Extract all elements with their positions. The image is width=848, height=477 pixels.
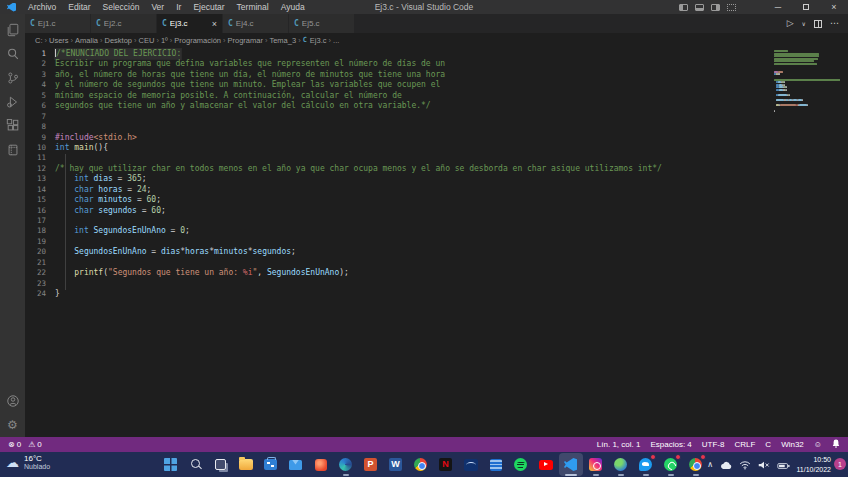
menu-archivo[interactable]: Archivo <box>22 2 62 12</box>
breadcrumb-item[interactable]: Programar <box>226 36 265 45</box>
globe-app-taskbar-button[interactable] <box>609 453 633 476</box>
code-line[interactable]: 4y el número de segundos que tiene un mi… <box>25 80 768 90</box>
status-utf-8[interactable]: UTF-8 <box>702 440 725 449</box>
code-line[interactable]: 19 <box>25 237 768 247</box>
extensions-icon[interactable] <box>0 114 25 138</box>
edge-taskbar-button[interactable] <box>334 453 358 476</box>
toggle-secondary-sidebar-icon[interactable] <box>711 4 720 11</box>
close-button[interactable]: × <box>820 0 848 14</box>
source-control-icon[interactable] <box>0 66 25 90</box>
status-li-n-1-col-1[interactable]: Lín. 1, col. 1 <box>597 440 641 449</box>
menu-ejecutar[interactable]: Ejecutar <box>187 2 230 12</box>
striped-app-taskbar-button[interactable] <box>484 453 508 476</box>
instagram-taskbar-button[interactable] <box>584 453 608 476</box>
run-file-icon[interactable]: ▷ <box>787 19 794 28</box>
code-line[interactable]: 13 int dias = 365; <box>25 174 768 184</box>
volume-muted-icon[interactable] <box>758 456 770 474</box>
breadcrumb-item[interactable]: 1º <box>159 36 170 45</box>
breadcrumb-item[interactable]: Ej3.c <box>308 36 329 45</box>
status-win32[interactable]: Win32 <box>781 440 804 449</box>
disney-plus-taskbar-button[interactable] <box>459 453 483 476</box>
code-editor[interactable]: 1/*ENUNCIADO DEL EJERCICIO:2Escribir un … <box>25 47 848 437</box>
menu-terminal[interactable]: Terminal <box>231 2 275 12</box>
problems-status[interactable]: ⊗0 ⚠0 <box>8 440 46 449</box>
code-line[interactable]: 22 printf("Segundos que tiene un año: %i… <box>25 268 768 278</box>
run-dropdown-chevron-icon[interactable]: ∨ <box>802 21 806 27</box>
code-line[interactable]: 2Escribir un programa que defina variabl… <box>25 59 768 69</box>
toggle-sidebar-icon[interactable] <box>679 4 688 11</box>
menu-editar[interactable]: Editar <box>62 2 96 12</box>
notification-count-badge[interactable]: 1 <box>834 458 846 470</box>
weather-widget[interactable]: ☁ 16°C Nublado <box>6 454 50 471</box>
split-editor-icon[interactable] <box>814 20 822 28</box>
code-area[interactable]: 1/*ENUNCIADO DEL EJERCICIO:2Escribir un … <box>25 49 768 300</box>
microsoft-store-taskbar-button[interactable] <box>259 453 283 476</box>
code-line[interactable]: 3año, el número de horas que tiene un dí… <box>25 70 768 80</box>
hidden-icons-chevron-icon[interactable]: ∧ <box>707 461 713 469</box>
file-explorer-taskbar-button[interactable] <box>234 453 258 476</box>
youtube-taskbar-button[interactable] <box>534 453 558 476</box>
account-icon[interactable] <box>0 389 25 413</box>
task-view-taskbar-button[interactable] <box>209 453 233 476</box>
spotify-taskbar-button[interactable] <box>509 453 533 476</box>
code-line[interactable]: 9#include<stdio.h> <box>25 133 768 143</box>
code-line[interactable]: 12/* hay que utilizar char en todos meno… <box>25 164 768 174</box>
wifi-icon[interactable] <box>739 456 751 474</box>
minimize-button[interactable]: ─ <box>764 0 792 14</box>
vscode-taskbar-button[interactable] <box>559 453 583 476</box>
mail-taskbar-button[interactable] <box>284 453 308 476</box>
code-line[interactable]: 15 char minutos = 60; <box>25 195 768 205</box>
whatsapp-taskbar-button[interactable] <box>659 453 683 476</box>
more-actions-icon[interactable]: ⋯ <box>830 19 839 28</box>
breadcrumb-item[interactable]: ... <box>331 36 341 45</box>
netflix-taskbar-button[interactable]: N <box>434 453 458 476</box>
breadcrumb-item[interactable]: Desktop <box>103 36 135 45</box>
status-espacios-4[interactable]: Espacios: 4 <box>650 440 691 449</box>
chrome-profile-taskbar-button[interactable] <box>684 453 708 476</box>
tab-ej3-c[interactable]: CEj3.c× <box>157 14 223 33</box>
powerpoint-taskbar-button[interactable]: P <box>359 453 383 476</box>
settings-gear-icon[interactable]: ⚙ <box>0 413 25 437</box>
breadcrumb-item[interactable]: Users <box>47 36 71 45</box>
tab-ej4-c[interactable]: CEj4.c <box>223 14 289 33</box>
code-line[interactable]: 17 <box>25 216 768 226</box>
close-tab-icon[interactable]: × <box>209 19 217 29</box>
code-line[interactable]: 18 int SegundosEnUnAno = 0; <box>25 226 768 236</box>
explorer-icon[interactable] <box>0 18 25 42</box>
code-line[interactable]: 24} <box>25 289 768 299</box>
tab-ej1-c[interactable]: CEj1.c <box>25 14 91 33</box>
start-taskbar-button[interactable] <box>159 453 183 476</box>
status-crlf[interactable]: CRLF <box>734 440 755 449</box>
breadcrumb-item[interactable]: CEU <box>137 36 157 45</box>
code-line[interactable]: 20 SegundosEnUnAno = dias*horas*minutos*… <box>25 247 768 257</box>
word-taskbar-button[interactable]: W <box>384 453 408 476</box>
code-line[interactable]: 11 <box>25 153 768 163</box>
code-line[interactable]: 7 <box>25 112 768 122</box>
code-line[interactable]: 1/*ENUNCIADO DEL EJERCICIO: <box>25 49 768 59</box>
tab-ej5-c[interactable]: CEj5.c <box>289 14 355 33</box>
search-icon[interactable] <box>0 42 25 66</box>
minimap[interactable] <box>774 50 840 112</box>
code-line[interactable]: 14 char horas = 24; <box>25 185 768 195</box>
breadcrumb-item[interactable]: Programación <box>172 36 223 45</box>
vscode-logo-icon[interactable] <box>7 3 16 12</box>
search-taskbar-button[interactable] <box>184 453 208 476</box>
menu-ver[interactable]: Ver <box>145 2 170 12</box>
code-line[interactable]: 8 <box>25 122 768 132</box>
breadcrumb-item[interactable]: Amalia <box>73 36 100 45</box>
clock[interactable]: 10:50 11/10/2022 <box>796 455 831 474</box>
battery-icon[interactable] <box>777 456 790 474</box>
menu-ayuda[interactable]: Ayuda <box>275 2 311 12</box>
menu-seleccio-n[interactable]: Selección <box>97 2 146 12</box>
code-line[interactable]: 5mínimo espacio de memoria posible. A co… <box>25 91 768 101</box>
feedback-smiley-icon[interactable]: ☺ <box>814 441 822 449</box>
notifications-bell-icon[interactable] <box>832 439 840 450</box>
run-debug-icon[interactable] <box>0 90 25 114</box>
code-line[interactable]: 6segundos que tiene un año y almacenar e… <box>25 101 768 111</box>
toggle-panel-icon[interactable] <box>695 4 704 11</box>
onedrive-cloud-icon[interactable] <box>720 456 732 474</box>
tools-extension-icon[interactable] <box>0 138 25 162</box>
status-c[interactable]: C <box>765 440 771 449</box>
tab-ej2-c[interactable]: CEj2.c <box>91 14 157 33</box>
code-line[interactable]: 23 <box>25 279 768 289</box>
